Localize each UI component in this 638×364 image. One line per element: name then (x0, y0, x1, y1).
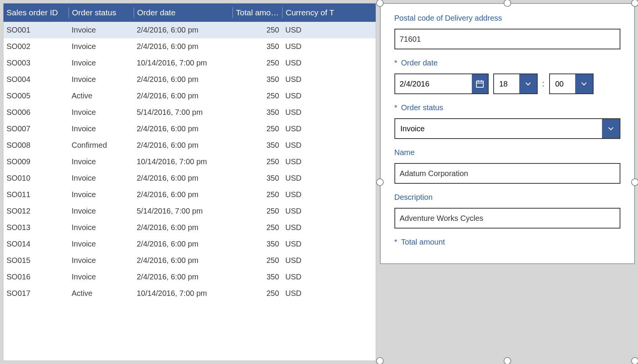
status-select[interactable]: Invoice (394, 118, 621, 139)
table-row[interactable]: SO005Active2/4/2016, 6:00 pm250USD (3, 88, 376, 104)
cell-currency: USD (282, 223, 376, 232)
cell-date: 5/14/2016, 7:00 pm (134, 108, 232, 117)
table-body[interactable]: SO001Invoice2/4/2016, 6:00 pm250USDSO002… (3, 22, 376, 361)
cell-date: 2/4/2016, 6:00 pm (134, 256, 232, 265)
field-postal: Postal code of Delivery address (394, 14, 621, 49)
minute-select[interactable]: 00 (549, 73, 594, 94)
field-order-date: * Order date 2/4/2016 18 (394, 59, 621, 94)
resize-handle-bottom-mid[interactable] (504, 357, 511, 364)
date-picker-value[interactable]: 2/4/2016 (395, 74, 472, 93)
col-header-id[interactable]: Sales order ID (3, 7, 69, 18)
chevron-down-icon[interactable] (575, 74, 593, 93)
cell-status: Active (69, 289, 134, 298)
cell-amount: 350 (232, 174, 282, 183)
resize-handle-top-right[interactable] (631, 0, 638, 7)
cell-date: 10/14/2016, 7:00 pm (134, 59, 232, 67)
table-row[interactable]: SO012Invoice5/14/2016, 7:00 pm250USD (3, 203, 376, 219)
label-description: Description (394, 193, 621, 202)
svg-rect-2 (478, 80, 479, 82)
cell-status: Invoice (69, 124, 134, 133)
table-row[interactable]: SO008Confirmed2/4/2016, 6:00 pm350USD (3, 137, 376, 153)
field-total-amount: * Total amount (394, 238, 621, 246)
input-description-text[interactable] (400, 214, 615, 223)
table-row[interactable]: SO006Invoice5/14/2016, 7:00 pm350USD (3, 104, 376, 121)
cell-amount: 350 (232, 42, 282, 51)
cell-id: SO005 (3, 91, 69, 100)
hour-select[interactable]: 18 (493, 73, 538, 94)
cell-currency: USD (282, 256, 376, 265)
cell-status: Invoice (69, 42, 134, 51)
cell-currency: USD (282, 124, 376, 133)
resize-handle-mid-left[interactable] (376, 178, 384, 186)
cell-currency: USD (282, 59, 376, 67)
cell-amount: 350 (232, 108, 282, 117)
resize-handle-bottom-right[interactable] (631, 357, 638, 364)
col-header-amount[interactable]: Total amo… (232, 7, 282, 18)
chevron-down-icon[interactable] (519, 74, 537, 93)
date-time-row: 2/4/2016 18 : (394, 73, 621, 94)
sales-order-table: Sales order ID Order status Order date T… (3, 3, 376, 361)
table-row[interactable]: SO014Invoice2/4/2016, 6:00 pm350USD (3, 236, 376, 252)
table-row[interactable]: SO002Invoice2/4/2016, 6:00 pm350USD (3, 38, 376, 55)
cell-status: Invoice (69, 223, 134, 232)
table-row[interactable]: SO011Invoice2/4/2016, 6:00 pm250USD (3, 186, 376, 203)
calendar-icon[interactable] (472, 74, 488, 93)
col-header-status[interactable]: Order status (69, 7, 134, 18)
label-total-amount-text: Total amount (401, 238, 445, 246)
label-name: Name (394, 148, 621, 157)
cell-currency: USD (282, 289, 376, 298)
svg-rect-0 (476, 81, 483, 87)
input-postal-text[interactable] (400, 35, 615, 44)
table-row[interactable]: SO001Invoice2/4/2016, 6:00 pm250USD (3, 22, 376, 38)
cell-amount: 250 (232, 256, 282, 265)
cell-date: 2/4/2016, 6:00 pm (134, 124, 232, 133)
table-row[interactable]: SO004Invoice2/4/2016, 6:00 pm350USD (3, 71, 376, 88)
input-name[interactable] (394, 163, 621, 184)
resize-handle-bottom-left[interactable] (376, 357, 384, 364)
label-postal: Postal code of Delivery address (394, 14, 621, 23)
cell-currency: USD (282, 91, 376, 100)
table-row[interactable]: SO009Invoice10/14/2016, 7:00 pm250USD (3, 153, 376, 170)
cell-date: 2/4/2016, 6:00 pm (134, 75, 232, 84)
chevron-down-icon[interactable] (602, 119, 620, 138)
date-picker[interactable]: 2/4/2016 (394, 73, 489, 94)
input-postal[interactable] (394, 29, 621, 49)
input-description[interactable] (394, 208, 621, 229)
cell-id: SO001 (3, 26, 69, 34)
table-row[interactable]: SO017Active10/14/2016, 7:00 pm250USD (3, 285, 376, 302)
cell-amount: 350 (232, 240, 282, 248)
label-total-amount: * Total amount (394, 238, 621, 246)
cell-status: Invoice (69, 240, 134, 248)
cell-currency: USD (282, 207, 376, 215)
input-name-text[interactable] (400, 169, 615, 178)
field-order-status: * Order status Invoice (394, 103, 621, 139)
table-row[interactable]: SO007Invoice2/4/2016, 6:00 pm250USD (3, 121, 376, 137)
required-marker: * (394, 59, 398, 67)
cell-amount: 350 (232, 141, 282, 150)
cell-id: SO017 (3, 289, 69, 298)
label-order-date-text: Order date (401, 59, 438, 67)
cell-amount: 350 (232, 75, 282, 84)
col-header-currency[interactable]: Currency of T (282, 7, 376, 18)
table-row[interactable]: SO010Invoice2/4/2016, 6:00 pm350USD (3, 170, 376, 186)
cell-status: Confirmed (69, 141, 134, 150)
resize-handle-mid-right[interactable] (631, 178, 638, 186)
required-marker: * (394, 238, 398, 246)
resize-handle-top-mid[interactable] (504, 0, 511, 7)
cell-status: Invoice (69, 108, 134, 117)
status-value: Invoice (395, 119, 602, 138)
table-row[interactable]: SO003Invoice10/14/2016, 7:00 pm250USD (3, 55, 376, 71)
table-row[interactable]: SO013Invoice2/4/2016, 6:00 pm250USD (3, 219, 376, 236)
table-row[interactable]: SO015Invoice2/4/2016, 6:00 pm250USD (3, 252, 376, 269)
cell-date: 2/4/2016, 6:00 pm (134, 190, 232, 199)
hour-value: 18 (494, 74, 519, 93)
resize-handle-top-left[interactable] (376, 0, 384, 7)
col-header-date[interactable]: Order date (134, 7, 232, 18)
table-row[interactable]: SO016Invoice2/4/2016, 6:00 pm350USD (3, 269, 376, 285)
cell-date: 2/4/2016, 6:00 pm (134, 223, 232, 232)
cell-id: SO007 (3, 124, 69, 133)
app-root: Sales order ID Order status Order date T… (3, 3, 635, 361)
cell-id: SO016 (3, 273, 69, 281)
cell-status: Invoice (69, 157, 134, 166)
cell-currency: USD (282, 273, 376, 281)
